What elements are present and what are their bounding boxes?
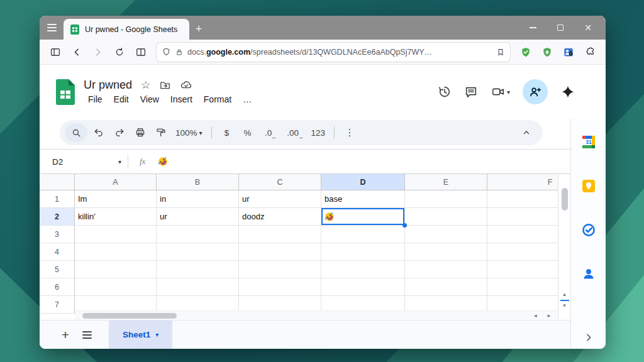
row-header-6[interactable]: 6 (40, 278, 75, 296)
minimize-button[interactable] (519, 16, 547, 40)
row-header-3[interactable]: 3 (40, 226, 75, 243)
cell-B5[interactable] (157, 261, 239, 278)
cell-A2[interactable]: killin' (75, 208, 157, 226)
cell-A4[interactable] (75, 243, 157, 261)
move-folder-icon[interactable] (159, 79, 171, 91)
cell-C2[interactable]: doodz (239, 208, 321, 226)
chevron-down-icon[interactable]: ▾ (507, 89, 510, 96)
reader-view-icon[interactable] (131, 43, 150, 61)
column-header-E[interactable]: E (405, 174, 487, 190)
browser-tab[interactable]: Ur pwned - Google Sheets (64, 19, 189, 40)
column-header-B[interactable]: B (157, 174, 239, 190)
cell-D2[interactable] (321, 208, 405, 226)
menu-edit[interactable]: Edit (109, 93, 133, 106)
menu-insert[interactable]: Insert (166, 93, 197, 106)
cell-A1[interactable]: Im (75, 190, 157, 208)
cell-C6[interactable] (239, 278, 321, 296)
cell-C4[interactable] (239, 243, 321, 261)
calendar-icon[interactable]: 31 (580, 134, 597, 150)
cell-E3[interactable] (405, 226, 487, 243)
tasks-icon[interactable] (580, 222, 597, 238)
collapse-toolbar-icon[interactable] (521, 128, 531, 138)
comments-icon[interactable] (464, 85, 478, 99)
contacts-icon[interactable] (580, 266, 597, 282)
decrease-decimal-button[interactable]: .0← (259, 123, 278, 142)
reload-icon[interactable] (110, 43, 129, 61)
column-header-A[interactable]: A (75, 174, 157, 190)
vertical-scrollbar[interactable]: ▲ ▼ (558, 174, 570, 320)
format-percent-button[interactable]: % (238, 123, 257, 142)
sidebar-toggle-icon[interactable] (46, 43, 65, 61)
sparkle-gemini-icon[interactable] (560, 84, 575, 99)
zoom-select[interactable]: 100% ▾ (172, 123, 206, 142)
version-history-icon[interactable] (438, 85, 452, 99)
column-header-C[interactable]: C (239, 174, 321, 190)
cell-F3[interactable] (487, 226, 558, 243)
cell-F4[interactable] (487, 243, 558, 261)
cell-D1[interactable]: base (321, 190, 405, 208)
column-header-F[interactable]: F (487, 174, 558, 190)
all-sheets-icon[interactable] (76, 324, 97, 346)
cell-B1[interactable]: in (157, 190, 239, 208)
row-header-1[interactable]: 1 (40, 190, 75, 208)
star-icon[interactable]: ☆ (141, 80, 150, 90)
row-header-7[interactable]: 7 (40, 296, 75, 314)
sheet-tab-active[interactable]: Sheet1 ▾ (109, 321, 172, 349)
redo-icon[interactable] (110, 123, 129, 142)
cell-D6[interactable] (321, 278, 405, 296)
url-bar[interactable]: docs.google.com/spreadsheets/d/13QWGDLNA… (157, 43, 510, 62)
new-tab-button[interactable]: + (189, 19, 208, 38)
column-header-D[interactable]: D (321, 174, 405, 190)
menu-hamburger-icon[interactable] (40, 16, 64, 40)
document-title[interactable]: Ur pwned (84, 79, 132, 92)
share-button[interactable] (523, 79, 548, 104)
back-icon[interactable] (67, 43, 86, 61)
cell-A6[interactable] (75, 278, 157, 296)
cell-B6[interactable] (157, 278, 239, 296)
increase-decimal-button[interactable]: .00→ (284, 123, 303, 142)
maximize-button[interactable] (547, 16, 574, 40)
cell-F5[interactable] (487, 261, 558, 278)
bookmark-icon[interactable] (496, 48, 505, 57)
cell-B2[interactable]: ur (157, 208, 239, 226)
cell-A5[interactable] (75, 261, 157, 278)
horizontal-scrollbar[interactable]: ◄ ► (75, 310, 558, 320)
chevron-down-icon[interactable]: ▾ (118, 158, 121, 165)
cell-D3[interactable] (321, 226, 405, 243)
extension-privacy-icon[interactable] (559, 43, 578, 61)
cell-A3[interactable] (75, 226, 157, 243)
cell-E6[interactable] (405, 278, 487, 296)
forward-icon[interactable] (89, 43, 108, 61)
cell-F6[interactable] (487, 278, 558, 296)
more-formats-button[interactable]: 123 (308, 123, 329, 142)
extension-shield-check-icon[interactable] (516, 43, 535, 61)
cell-C5[interactable] (239, 261, 321, 278)
cell-E2[interactable] (405, 208, 487, 226)
menu-file[interactable]: File (84, 93, 107, 106)
more-options-icon[interactable]: ⋮ (340, 123, 359, 142)
cell-B3[interactable] (157, 226, 239, 243)
print-icon[interactable] (131, 123, 150, 142)
keep-icon[interactable] (580, 178, 597, 194)
cell-F2[interactable] (487, 208, 558, 226)
scroll-down-icon[interactable]: ▼ (562, 304, 567, 309)
name-box[interactable]: D2 ▾ (52, 157, 121, 167)
cell-C1[interactable]: ur (239, 190, 321, 208)
cell-D4[interactable] (321, 243, 405, 261)
cell-F1[interactable] (487, 190, 558, 208)
cloud-saved-icon[interactable] (180, 79, 192, 91)
cell-B4[interactable] (157, 243, 239, 261)
extensions-puzzle-icon[interactable] (580, 43, 599, 61)
paint-format-icon[interactable] (152, 123, 170, 142)
cell-E5[interactable] (405, 261, 487, 278)
row-header-4[interactable]: 4 (40, 243, 75, 261)
scroll-right-icon[interactable]: ► (547, 313, 552, 319)
menu-format[interactable]: Format (199, 93, 236, 106)
scroll-up-icon[interactable]: ▲ (562, 292, 567, 297)
video-call-icon[interactable]: ▾ (491, 85, 510, 99)
menu-more[interactable]: … (238, 93, 256, 106)
close-button[interactable]: ✕ (574, 16, 602, 40)
cell-D5[interactable] (321, 261, 405, 278)
undo-icon[interactable] (89, 123, 108, 142)
tracking-shield-icon[interactable] (162, 47, 171, 57)
